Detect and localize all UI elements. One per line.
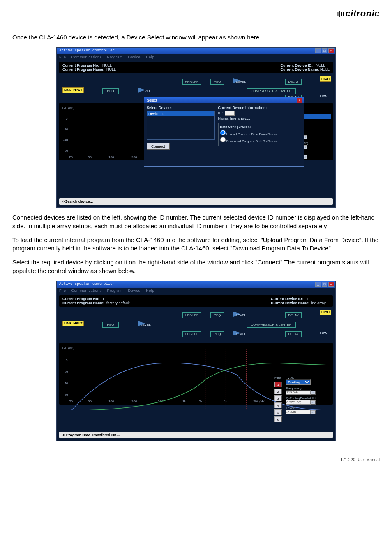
level-input-2[interactable] [286, 410, 311, 414]
hpflpf-high-block[interactable]: HPF/LPF [182, 312, 201, 318]
close-icon[interactable]: × [328, 48, 334, 53]
y-tick-3b: -60 [63, 393, 68, 397]
minimize-icon-2[interactable]: _ [315, 282, 321, 287]
high-output-block-2[interactable]: HIGH [320, 310, 331, 315]
y-tick-0b: 0 [66, 358, 67, 362]
menu-file-2[interactable]: File [59, 289, 66, 293]
dialog-close-icon[interactable]: × [297, 98, 302, 103]
filter-button-6[interactable]: 6 [274, 416, 282, 422]
connect-button[interactable]: Connect [147, 143, 170, 150]
status-bar: ->Search device... [59, 198, 333, 205]
type-select-2[interactable]: Peaking [286, 379, 311, 385]
filter-button-2[interactable]: 2 [274, 388, 282, 394]
download-radio-input[interactable] [220, 137, 226, 142]
menu-communications-2[interactable]: Communications [71, 289, 102, 293]
id-field[interactable] [225, 111, 235, 116]
frequency-stepper-2[interactable]: ▴▾ [311, 391, 316, 395]
compressor-limiter-block[interactable]: COMPRESSOR & LIMITER [247, 88, 296, 94]
prog-name-value: NULL [106, 67, 116, 72]
filter-button-4[interactable]: 4 [274, 402, 282, 408]
maximize-icon-2[interactable]: □ [322, 282, 327, 287]
high-output-block[interactable]: HIGH [320, 76, 331, 82]
menu-device[interactable]: Device [128, 55, 141, 59]
menu-program[interactable]: Program [107, 55, 123, 59]
line-input-block[interactable]: LINE INPUT [62, 87, 84, 93]
download-radio[interactable]: Download Program Data To Device [220, 137, 299, 143]
brand-name: citronic [346, 8, 380, 18]
paragraph-1: Once the CLA-1460 device is detected, a … [12, 33, 380, 42]
paragraph-4: Select the required device by clicking o… [12, 258, 380, 275]
menu-communications[interactable]: Communications [71, 55, 102, 59]
prog-name-label-2: Current Program Name: [62, 301, 104, 305]
menu-help-2[interactable]: Help [146, 289, 154, 293]
window-titlebar-2[interactable]: Active speaker controller _ □ × [57, 281, 335, 288]
peq-low-block[interactable]: PEQ [210, 331, 224, 337]
upload-radio-input[interactable] [220, 130, 226, 135]
y-tick-1: -20 [63, 127, 68, 131]
high-output-peq-panel: Type: Peaking Frequency: ▴▾ Q-Factor(Ban… [286, 374, 331, 416]
type-label-2: Type: [286, 376, 294, 379]
name-value: line array.... [230, 116, 250, 120]
delay-block[interactable]: DELAY [285, 79, 302, 85]
level-low-label: LEVEL [235, 332, 247, 337]
dialog-titlebar[interactable]: Select × [144, 97, 304, 103]
prog-name-value-2: factory default......... [106, 301, 139, 305]
program-info-bar: Current Program No: NULL Current Program… [59, 62, 333, 73]
minimize-icon[interactable]: _ [315, 48, 321, 53]
x-tick-0: 20 [69, 155, 73, 159]
filter-button-3[interactable]: 3 [274, 395, 282, 401]
close-icon-2[interactable]: × [328, 282, 334, 287]
prog-no-value: NULL [102, 63, 112, 67]
qfactor-input-2[interactable] [286, 400, 311, 405]
signal-chain-2: LINE INPUT PEQ LEVEL HPF/LPF PEQ LEVEL D… [59, 308, 333, 341]
y-tick-0: 0 [66, 117, 67, 120]
hpflpf-block[interactable]: HPF/LPF [182, 79, 201, 85]
x-tick-1: 50 [88, 155, 92, 159]
data-configuration-group: Data Configuration: Upload Program Data … [218, 123, 301, 146]
compressor-limiter-block-2[interactable]: COMPRESSOR & LIMITER [247, 322, 296, 328]
level-high-label: LEVEL [235, 313, 247, 318]
frequency-input-2[interactable] [286, 390, 311, 395]
name-label: Name: [218, 116, 229, 120]
peq-block-2[interactable]: PEQ [210, 79, 224, 85]
window-title: Active speaker controller [59, 49, 115, 53]
status-bar-2: -> Program Data Transfered OK... [59, 432, 333, 438]
menu-device-2[interactable]: Device [128, 289, 141, 293]
prog-no-label-2: Current Program No: [62, 297, 99, 301]
menu-program-2[interactable]: Program [107, 289, 123, 293]
device-list-item[interactable]: Device ID........... 1 [147, 111, 214, 116]
filter-button-5[interactable]: 5 [274, 409, 282, 415]
maximize-icon[interactable]: □ [322, 48, 327, 53]
hpflpf-low-block[interactable]: HPF/LPF [182, 331, 201, 337]
device-list[interactable]: Device ID........... 1 [147, 111, 215, 140]
delay-high-block[interactable]: DELAY [285, 312, 302, 318]
filter-label: Filter [274, 376, 282, 379]
program-info-bar-2: Current Program No: 1 Current Program Na… [59, 295, 333, 307]
level-label-2: LEVEL [235, 79, 247, 84]
peq-high-block[interactable]: PEQ [210, 312, 224, 318]
filter-button-1[interactable]: 1 [274, 382, 282, 387]
delay-low-block[interactable]: DELAY [285, 331, 302, 337]
upload-radio[interactable]: Upload Program Data From Device [220, 130, 299, 136]
paragraph-3: To load the current internal program fro… [12, 236, 380, 253]
peq-block[interactable]: PEQ [102, 88, 119, 94]
frequency-label-2: Frequency: [286, 386, 302, 390]
level-label-main-2: LEVEL [139, 322, 152, 327]
menubar-2: File Communications Program Device Help [57, 288, 335, 294]
window-titlebar[interactable]: Active speaker controller _ □ × [57, 48, 335, 54]
qfactor-stepper-2[interactable]: ▴▾ [311, 400, 316, 405]
line-input-block-2[interactable]: LINE INPUT [62, 321, 84, 326]
brand-logo-icon [337, 11, 345, 17]
peq-block-main-2[interactable]: PEQ [102, 322, 119, 328]
dev-name-value: NULL [320, 67, 330, 72]
dev-name-label-2: Current Device Name: [271, 301, 309, 305]
dev-name-label: Current Device Name: [280, 67, 319, 72]
x-tick-3: 200 [131, 155, 137, 159]
prog-no-value-2: 1 [102, 297, 104, 301]
data-config-label: Data Configuration: [220, 125, 299, 129]
brand-header: citronic [12, 8, 380, 23]
menu-help[interactable]: Help [146, 55, 154, 59]
low-output-label-2: LOW [320, 331, 327, 335]
menu-file[interactable]: File [59, 55, 66, 59]
level-stepper-2[interactable]: ▴▾ [311, 410, 316, 414]
